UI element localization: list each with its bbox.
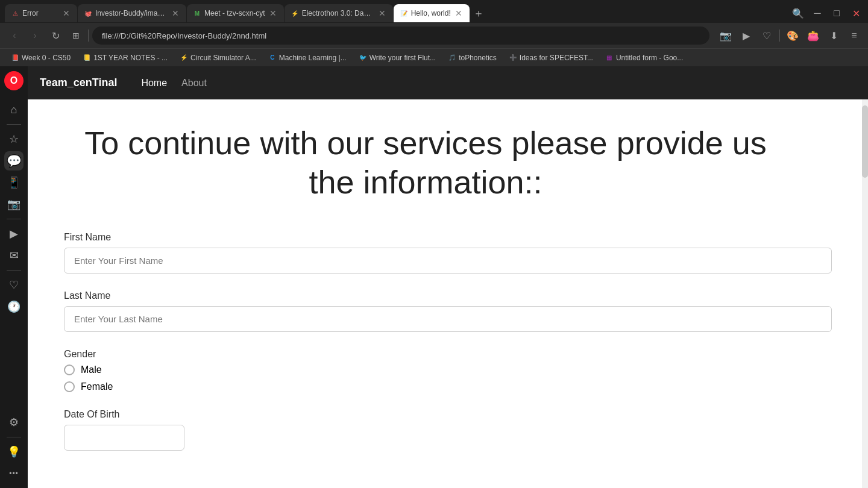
download-icon[interactable]: ⬇ [826,28,841,43]
gender-male-radio[interactable] [64,364,75,375]
bookmarks-bar: 📕 Week 0 - CS50 📒 1ST YEAR NOTES - ... ⚡… [0,48,868,66]
tab-electrothon-favicon: ⚡ [291,9,299,17]
back-button[interactable]: ‹ [6,27,23,44]
bookmark-specfest-label: Ideas for SPECFEST... [520,54,593,62]
bookmark-phonetics-favicon: 🎵 [448,54,456,62]
bookmark-notes-label: 1ST YEAR NOTES - ... [93,54,168,62]
gender-female-label: Female [81,381,113,392]
menu-icon[interactable]: ≡ [846,28,862,43]
tab-electrothon[interactable]: ⚡ Electrothon 3.0: Dashboard... ✕ [285,4,393,22]
first-name-label: First Name [64,232,832,243]
window-close-icon[interactable]: ✕ [849,6,863,20]
nav-about[interactable]: About [181,75,207,91]
bookmark-ml[interactable]: C Machine Learning |... [263,52,351,63]
tab-hello-close[interactable]: ✕ [454,8,464,18]
bookmark-ml-favicon: C [268,54,277,62]
bookmark-form[interactable]: ▦ Untitled form - Goo... [600,52,688,63]
tab-error-favicon: ⚠ [11,9,19,17]
address-right-icons: 📷 ▶ ♡ 🎨 👛 ⬇ ≡ [718,28,862,43]
grid-view-button[interactable]: ⊞ [68,27,84,44]
tab-meet-close[interactable]: ✕ [268,8,278,18]
bookmark-flutter[interactable]: 🐦 Write your first Flut... [354,52,441,63]
bookmark-notes[interactable]: 📒 1ST YEAR NOTES - ... [78,52,172,63]
player-icon[interactable]: ▶ [738,28,754,43]
last-name-input[interactable] [64,306,832,332]
scrollbar-thumb[interactable] [862,105,868,178]
tab-hello-title: Hello, world! [411,9,451,17]
tab-error[interactable]: ⚠ Error ✕ [5,4,77,22]
wallet-icon[interactable]: 👛 [805,28,821,43]
whatsapp-sidebar-icon[interactable]: 📱 [4,173,24,192]
search-tab-icon[interactable]: 🔍 [791,6,805,20]
bookmark-phonetics-label: toPhonetics [459,54,497,62]
bookmark-circuit-label: Circuit Simulator A... [190,54,256,62]
gender-male-label: Male [81,364,102,375]
tab-bar: ⚠ Error ✕ 🐙 Investor-Buddy/image at m...… [0,0,868,23]
theme-icon[interactable]: 🎨 [785,28,800,43]
play-sidebar-icon[interactable]: ▶ [4,224,24,243]
home-sidebar-icon[interactable]: ⌂ [4,100,24,119]
reload-button[interactable]: ↻ [47,27,64,44]
tab-error-title: Error [22,9,58,17]
gender-female-option[interactable]: Female [64,381,832,392]
bookmark-flutter-favicon: 🐦 [359,54,367,62]
main-content: Team_cenTinal Home About To continue wit… [28,66,868,488]
messenger-sidebar-icon[interactable]: 💬 [4,151,24,170]
tab-investor-favicon: 🐙 [84,9,92,17]
dob-input[interactable] [64,425,184,451]
heart-sidebar-icon[interactable]: ♡ [4,275,24,295]
left-sidebar: O ⌂ ☆ 💬 📱 📷 ▶ ✉ ♡ 🕐 ⚙ 💡 ••• [0,66,28,488]
bookmark-ml-label: Machine Learning |... [279,54,347,62]
star-sidebar-icon[interactable]: ☆ [4,130,24,149]
bulb-sidebar-icon[interactable]: 💡 [4,442,24,461]
address-text: file:///D:/Git%20Repo/Investor-Buddy/2nn… [102,31,266,40]
instagram-sidebar-icon[interactable]: 📷 [4,195,24,214]
opera-logo-button[interactable]: O [4,71,24,90]
sidebar-divider-3 [7,270,21,271]
nav-home[interactable]: Home [141,75,167,91]
scrollbar[interactable] [862,99,868,488]
address-input[interactable]: file:///D:/Git%20Repo/Investor-Buddy/2nn… [92,27,709,45]
more-sidebar-icon[interactable]: ••• [4,464,24,483]
gender-male-option[interactable]: Male [64,364,832,375]
new-tab-button[interactable]: ＋ [470,5,487,22]
tab-investor[interactable]: 🐙 Investor-Buddy/image at m... ✕ [78,4,186,22]
bookmark-specfest[interactable]: ➕ Ideas for SPECFEST... [504,52,598,63]
sidebar-divider-2 [7,219,21,219]
first-name-input[interactable] [64,248,832,274]
settings-sidebar-icon[interactable]: ⚙ [4,413,24,432]
tab-electrothon-close[interactable]: ✕ [377,8,387,18]
bookmark-form-label: Untitled form - Goo... [616,54,683,62]
separator-2 [779,30,780,42]
tab-hello[interactable]: 📝 Hello, world! ✕ [394,4,470,22]
last-name-group: Last Name [64,290,832,332]
tab-investor-title: Investor-Buddy/image at m... [95,9,168,17]
bookmark-notes-favicon: 📒 [83,54,91,62]
screenshot-icon[interactable]: 📷 [718,28,734,43]
forward-button[interactable]: › [27,27,43,44]
minimize-icon[interactable]: ─ [810,6,825,20]
bookmark-phonetics[interactable]: 🎵 toPhonetics [443,52,502,63]
opera-o: O [10,75,17,86]
bookmark-cs50-label: Week 0 - CS50 [22,54,71,62]
page-heading: To continue with our services please pro… [64,124,787,202]
tab-electrothon-title: Electrothon 3.0: Dashboard... [302,9,374,17]
page-wrapper: To continue with our services please pro… [28,99,868,488]
bookmark-cs50[interactable]: 📕 Week 0 - CS50 [6,52,75,63]
clock-sidebar-icon[interactable]: 🕐 [4,297,24,316]
tab-bar-right: 🔍 ─ □ ✕ [791,6,863,20]
gender-label: Gender [64,349,832,360]
tab-error-close[interactable]: ✕ [61,8,71,18]
gender-female-radio[interactable] [64,381,75,392]
send-sidebar-icon[interactable]: ✉ [4,246,24,265]
page-scroll-area[interactable]: To continue with our services please pro… [28,99,868,488]
bookmark-form-favicon: ▦ [605,54,614,62]
brand-name: Team_cenTinal [40,77,117,89]
separator-1 [88,30,89,42]
tab-investor-close[interactable]: ✕ [171,8,180,18]
maximize-icon[interactable]: □ [829,6,844,20]
wishlist-icon[interactable]: ♡ [759,28,775,43]
bookmark-specfest-favicon: ➕ [509,54,517,62]
tab-meet[interactable]: M Meet - tzv-scxn-cyt ✕ [187,4,284,22]
bookmark-circuit[interactable]: ⚡ Circuit Simulator A... [175,52,261,63]
